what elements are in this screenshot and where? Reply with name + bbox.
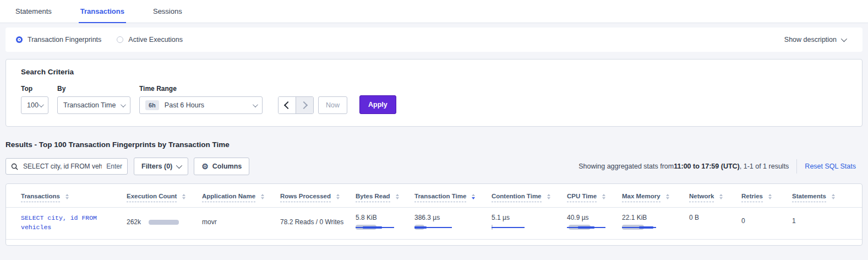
top-field: Top 100	[21, 85, 48, 114]
table-header-row: Transactions Execution Count Application…	[6, 185, 862, 208]
stats-range: 11:00 to 17:59 (UTC)	[674, 162, 739, 170]
sort-icon[interactable]	[182, 194, 185, 199]
chevron-down-icon	[176, 162, 182, 169]
top-select-value: 100	[27, 101, 39, 109]
cell-execution-count: 262k	[127, 208, 202, 240]
time-range-next-button[interactable]	[296, 97, 313, 113]
show-description-label: Show description	[784, 36, 837, 44]
show-description-toggle[interactable]: Show description	[784, 36, 852, 44]
chevron-down-icon	[39, 102, 44, 107]
sort-icon[interactable]	[768, 194, 772, 199]
contention-time-value: 5.1 µs	[492, 214, 565, 221]
max-memory-bar	[622, 225, 666, 230]
radio-unselected-icon[interactable]	[117, 36, 123, 43]
max-memory-value: 22.1 KiB	[622, 214, 687, 221]
cpu-time-bar	[567, 225, 611, 230]
cell-bytes-read: 5.8 KiB	[356, 208, 414, 240]
page-tabs: Statements Transactions Sessions	[0, 0, 868, 23]
search-criteria-card: Search Criteria Top 100 By Transaction T…	[6, 59, 862, 127]
sort-icon[interactable]	[719, 194, 723, 199]
transactions-table: Transactions Execution Count Application…	[6, 185, 862, 240]
time-range-label: Time Range	[139, 85, 263, 93]
time-range-value: Past 6 Hours	[165, 101, 204, 109]
sort-icon[interactable]	[666, 194, 669, 199]
time-range-select[interactable]: 6h Past 6 Hours	[139, 96, 263, 114]
stats-suffix: , 1-1 of 1 results	[740, 162, 789, 170]
sort-icon[interactable]	[547, 194, 550, 199]
time-range-stepper	[278, 96, 314, 114]
by-label: By	[57, 85, 130, 93]
results-toolbar: Enter Filters (0) ⚙ Columns Showing aggr…	[6, 158, 862, 175]
sort-icon[interactable]	[602, 194, 605, 199]
execution-count-value: 262k	[127, 218, 141, 226]
by-field: By Transaction Time	[57, 85, 130, 114]
stats-prefix: Showing aggregated stats from	[578, 162, 674, 170]
by-select[interactable]: Transaction Time	[57, 96, 130, 114]
chevron-down-icon	[121, 102, 126, 107]
col-header-transactions[interactable]: Transactions	[6, 185, 127, 208]
sort-icon[interactable]	[336, 194, 340, 199]
tab-transactions[interactable]: Transactions	[79, 0, 126, 23]
apply-button[interactable]: Apply	[359, 95, 396, 114]
col-header-network[interactable]: Network	[689, 185, 741, 208]
col-header-rows-processed[interactable]: Rows Processed	[280, 185, 356, 208]
aggregated-stats-text: Showing aggregated stats from 11:00 to 1…	[578, 162, 789, 170]
sort-icon[interactable]	[832, 194, 835, 199]
transaction-time-value: 386.3 µs	[414, 214, 489, 221]
col-header-cpu-time[interactable]: CPU Time	[567, 185, 622, 208]
cell-application-name: movr	[202, 208, 280, 240]
cell-network: 0 B	[689, 208, 741, 240]
sort-icon[interactable]	[396, 194, 399, 199]
results-table-card: Transactions Execution Count Application…	[6, 183, 862, 246]
sql-search-box[interactable]: Enter	[6, 158, 128, 175]
cell-rows-processed: 78.2 Reads / 0 Writes	[280, 208, 356, 240]
time-range-prev-button[interactable]	[279, 97, 296, 113]
filters-button[interactable]: Filters (0)	[134, 158, 188, 175]
chevron-left-icon	[284, 101, 292, 109]
col-header-contention-time[interactable]: Contention Time	[492, 185, 567, 208]
sort-icon[interactable]	[472, 194, 475, 199]
cell-max-memory: 22.1 KiB	[622, 208, 689, 240]
transaction-time-bar	[414, 225, 458, 230]
cell-contention-time: 5.1 µs	[492, 208, 567, 240]
col-header-retries[interactable]: Retries	[741, 185, 792, 208]
results-heading: Results - Top 100 Transaction Fingerprin…	[6, 140, 862, 149]
cell-retries: 0	[741, 208, 792, 240]
columns-button[interactable]: ⚙ Columns	[194, 158, 249, 175]
cell-transaction: SELECT city, id FROM vehicles	[6, 208, 127, 240]
reset-sql-stats-link[interactable]: Reset SQL Stats	[805, 162, 862, 170]
col-header-execution-count[interactable]: Execution Count	[127, 185, 202, 208]
top-select[interactable]: 100	[21, 96, 48, 114]
tab-statements[interactable]: Statements	[14, 0, 53, 23]
time-range-field: Time Range 6h Past 6 Hours	[139, 85, 263, 114]
gear-icon: ⚙	[201, 162, 209, 170]
search-enter-button[interactable]: Enter	[106, 162, 122, 170]
now-button[interactable]: Now	[318, 96, 347, 114]
col-header-bytes-read[interactable]: Bytes Read	[356, 185, 414, 208]
table-row: SELECT city, id FROM vehicles 262k movr …	[6, 208, 862, 240]
bytes-read-bar	[356, 225, 400, 230]
radio-label: Transaction Fingerprints	[28, 36, 101, 44]
columns-label: Columns	[212, 162, 242, 170]
sort-icon[interactable]	[261, 194, 264, 199]
tab-sessions[interactable]: Sessions	[151, 0, 184, 23]
search-criteria-title: Search Criteria	[21, 68, 847, 76]
radio-selected-icon[interactable]	[18, 38, 21, 41]
chevron-down-icon	[841, 36, 847, 42]
sort-icon[interactable]	[65, 194, 69, 199]
search-input[interactable]	[22, 162, 103, 171]
by-select-value: Transaction Time	[63, 101, 116, 109]
view-toggle-bar: Transaction Fingerprints Active Executio…	[6, 28, 862, 52]
execution-count-bar	[149, 220, 179, 225]
col-header-statements[interactable]: Statements	[792, 185, 862, 208]
col-header-application-name[interactable]: Application Name	[202, 185, 280, 208]
col-header-max-memory[interactable]: Max Memory	[622, 185, 689, 208]
col-header-transaction-time[interactable]: Transaction Time	[414, 185, 492, 208]
cell-transaction-time: 386.3 µs	[414, 208, 492, 240]
vertical-divider	[796, 159, 797, 174]
filters-label: Filters (0)	[141, 162, 172, 170]
transaction-fingerprint-link[interactable]: SELECT city, id FROM vehicles	[21, 208, 109, 232]
radio-label: Active Executions	[128, 36, 183, 44]
radio-active-executions[interactable]: Active Executions	[117, 36, 183, 44]
radio-transaction-fingerprints[interactable]: Transaction Fingerprints	[16, 36, 101, 44]
